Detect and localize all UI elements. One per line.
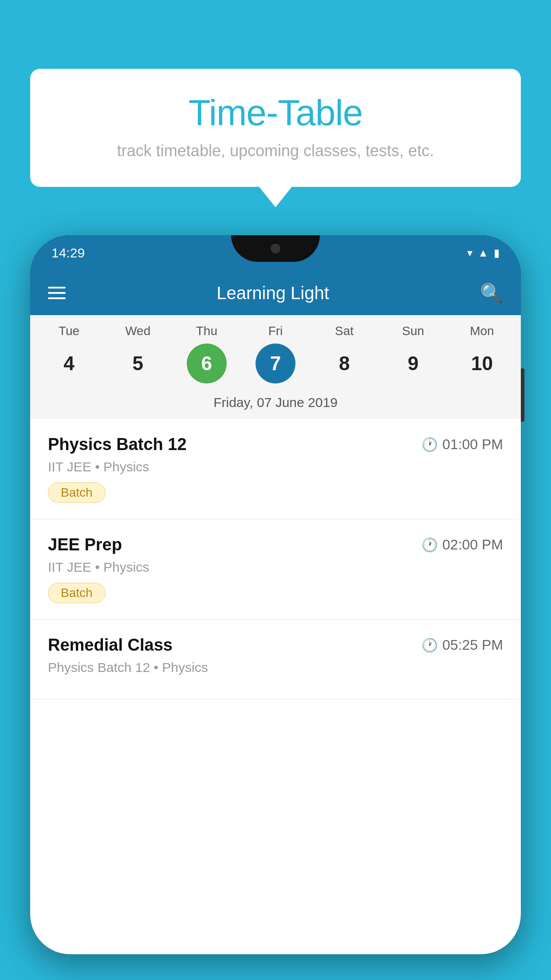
- weekday-col-thu[interactable]: Thu6: [178, 324, 236, 383]
- phone-wrapper: 14:29 ▾ ▲ ▮ Learning Light 🔍: [30, 235, 521, 980]
- schedule-item-title: JEE Prep: [48, 535, 122, 554]
- clock-icon: 🕐: [421, 437, 438, 452]
- status-time: 14:29: [51, 245, 85, 261]
- clock-icon: 🕐: [421, 637, 438, 653]
- weekday-col-wed[interactable]: Wed5: [109, 324, 167, 383]
- weekdays-row: Tue4Wed5Thu6Fri7Sat8Sun9Mon10: [30, 324, 521, 383]
- weekday-label: Tue: [59, 324, 79, 338]
- weekday-col-mon[interactable]: Mon10: [453, 324, 511, 383]
- menu-icon[interactable]: [48, 287, 66, 299]
- day-number[interactable]: 8: [324, 344, 364, 383]
- schedule-item-2[interactable]: Remedial Class🕐05:25 PMPhysics Batch 12 …: [30, 620, 521, 699]
- schedule-time-text: 05:25 PM: [442, 637, 503, 653]
- status-icons: ▾ ▲ ▮: [467, 247, 500, 259]
- weekday-col-sun[interactable]: Sun9: [384, 324, 442, 383]
- schedule-item-header: Physics Batch 12🕐01:00 PM: [48, 435, 503, 454]
- schedule-item-title: Remedial Class: [48, 636, 173, 655]
- status-bar: 14:29 ▾ ▲ ▮: [30, 235, 521, 271]
- selected-date-label: Friday, 07 June 2019: [30, 388, 521, 419]
- schedule-item-1[interactable]: JEE Prep🕐02:00 PMIIT JEE • PhysicsBatch: [30, 519, 521, 620]
- weekday-label: Sat: [335, 324, 354, 338]
- side-button: [521, 368, 524, 422]
- wifi-icon: ▾: [467, 247, 472, 259]
- clock-icon: 🕐: [421, 537, 438, 553]
- day-number[interactable]: 7: [256, 344, 295, 383]
- tooltip-subtitle: track timetable, upcoming classes, tests…: [57, 142, 494, 160]
- battery-icon: ▮: [494, 247, 500, 259]
- schedule-item-header: Remedial Class🕐05:25 PM: [48, 636, 503, 655]
- day-number[interactable]: 9: [393, 344, 433, 383]
- schedule-item-subtitle: IIT JEE • Physics: [48, 560, 503, 575]
- schedule-time: 🕐02:00 PM: [421, 537, 503, 553]
- weekday-col-sat[interactable]: Sat8: [315, 324, 373, 383]
- weekday-col-tue[interactable]: Tue4: [40, 324, 98, 383]
- weekday-label: Mon: [470, 324, 494, 338]
- schedule-item-subtitle: IIT JEE • Physics: [48, 459, 503, 474]
- app-title: Learning Light: [216, 283, 329, 303]
- app-toolbar: Learning Light 🔍: [30, 271, 521, 315]
- weekday-label: Thu: [196, 324, 217, 338]
- day-number[interactable]: 5: [118, 344, 158, 383]
- day-number[interactable]: 6: [187, 344, 227, 383]
- tooltip-card: Time-Table track timetable, upcoming cla…: [30, 69, 521, 187]
- batch-badge: Batch: [48, 482, 106, 503]
- schedule-time: 🕐01:00 PM: [421, 436, 503, 453]
- batch-badge: Batch: [48, 583, 106, 603]
- calendar-strip: Tue4Wed5Thu6Fri7Sat8Sun9Mon10 Friday, 07…: [30, 315, 521, 419]
- schedule-item-header: JEE Prep🕐02:00 PM: [48, 535, 503, 554]
- schedule-time-text: 01:00 PM: [442, 436, 503, 453]
- notch: [231, 235, 320, 262]
- signal-icon: ▲: [478, 247, 488, 259]
- schedule-item-0[interactable]: Physics Batch 12🕐01:00 PMIIT JEE • Physi…: [30, 419, 521, 519]
- weekday-label: Fri: [268, 324, 283, 338]
- schedule-time-text: 02:00 PM: [442, 537, 503, 553]
- weekday-col-fri[interactable]: Fri7: [247, 324, 304, 383]
- schedule-list: Physics Batch 12🕐01:00 PMIIT JEE • Physi…: [30, 419, 521, 954]
- phone-frame: 14:29 ▾ ▲ ▮ Learning Light 🔍: [30, 235, 521, 954]
- weekday-label: Sun: [402, 324, 424, 338]
- camera-dot: [271, 244, 280, 253]
- schedule-item-title: Physics Batch 12: [48, 435, 187, 454]
- day-number[interactable]: 10: [462, 344, 502, 383]
- weekday-label: Wed: [125, 324, 150, 338]
- schedule-item-subtitle: Physics Batch 12 • Physics: [48, 660, 503, 675]
- day-number[interactable]: 4: [49, 344, 89, 383]
- search-icon[interactable]: 🔍: [480, 282, 503, 304]
- tooltip-title: Time-Table: [57, 92, 494, 134]
- schedule-time: 🕐05:25 PM: [421, 637, 503, 653]
